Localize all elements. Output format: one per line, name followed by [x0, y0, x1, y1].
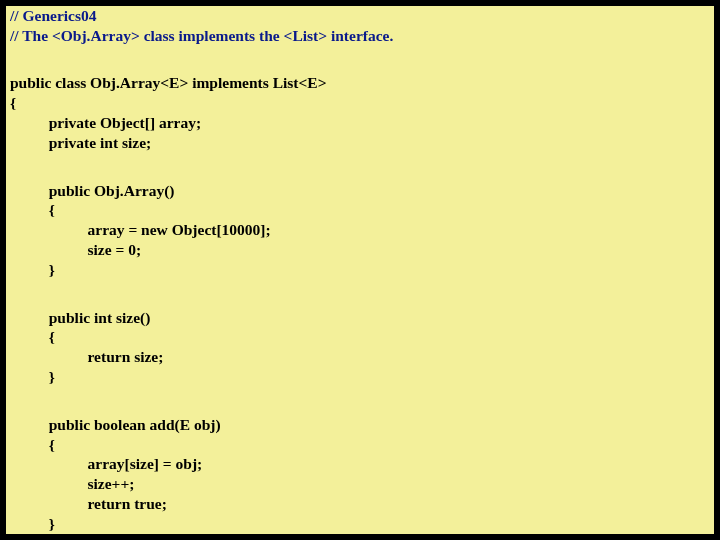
add-line-1: array[size] = obj;: [10, 455, 202, 472]
class-declaration: public class Obj.Array<E> implements Lis…: [10, 74, 327, 91]
add-open: {: [10, 436, 55, 453]
size-line-1: return size;: [10, 348, 163, 365]
comment-line-1: // Generics04: [10, 7, 97, 24]
ctor-line-1: array = new Object[10000];: [10, 221, 271, 238]
ctor-close: }: [10, 261, 55, 278]
add-line-3: return true;: [10, 495, 167, 512]
add-line-2: size++;: [10, 475, 134, 492]
ctor-line-2: size = 0;: [10, 241, 141, 258]
field-size: private int size;: [10, 134, 151, 151]
field-array: private Object[] array;: [10, 114, 201, 131]
size-signature: public int size(): [10, 309, 150, 326]
code-block: // Generics04 // The <Obj.Array> class i…: [10, 6, 710, 534]
size-open: {: [10, 328, 55, 345]
add-signature: public boolean add(E obj): [10, 416, 221, 433]
open-brace: {: [10, 94, 16, 111]
add-close: }: [10, 515, 55, 532]
comment-line-2: // The <Obj.Array> class implements the …: [10, 27, 393, 44]
ctor-signature: public Obj.Array(): [10, 182, 174, 199]
code-slide: // Generics04 // The <Obj.Array> class i…: [6, 6, 714, 534]
ctor-open: {: [10, 201, 55, 218]
size-close: }: [10, 368, 55, 385]
